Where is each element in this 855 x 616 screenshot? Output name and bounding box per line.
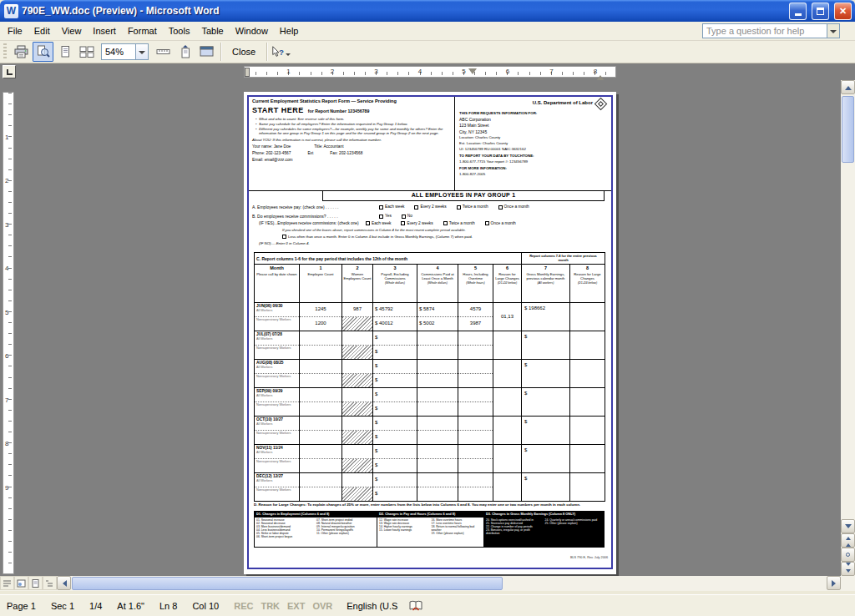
ruler-ticks [8,93,12,573]
cell-value: 01,13 [493,303,522,331]
outline-view-button[interactable] [43,576,57,590]
overtype-indicator[interactable]: OVR [312,601,332,611]
cell-value: 4579 [458,303,493,317]
column-header: Payroll, Excluding Commissions [374,272,416,280]
commissions-note: If you checked one of the boxes above, r… [252,228,606,232]
checkbox [401,221,405,225]
vertical-ruler[interactable]: 1 2 3 4 5 6 7 8 9 [0,80,18,576]
header-divider [454,97,455,190]
menu-edit[interactable]: Edit [28,23,56,38]
ruler-number: 5 [5,308,8,316]
menu-bar: File Edit View Insert Format Tools Table… [0,22,855,41]
print-preview-toolbar: 54% Close ? [0,41,855,63]
browse-object-icon [846,553,850,557]
multiple-pages-button[interactable] [76,42,97,62]
scroll-down-button[interactable] [841,519,855,533]
shrink-to-fit-icon [179,45,192,58]
column-header: Commissions Paid at Least Once a Month [418,272,457,280]
cell-value [570,303,605,331]
scroll-left-button[interactable] [57,576,71,590]
zoom-dropdown-icon[interactable] [136,43,149,60]
full-screen-button[interactable] [196,42,217,62]
cell-value: 987 [342,303,372,317]
right-arrow-icon [832,580,839,587]
column-header: Reason for Large Changes [571,272,604,280]
if-no-label: (IF NO).....Enter 0 in Column 4. [252,241,606,245]
vertical-scrollbar[interactable] [841,80,855,576]
print-button[interactable] [11,42,32,62]
dol-logo-icon [594,98,608,111]
help-dropdown-icon [286,53,291,58]
svg-text:?: ? [279,48,284,57]
instruction-bullets: What and who to count: See reverse side … [255,117,454,136]
horizontal-scroll-thumb[interactable] [72,577,503,590]
close-preview-button[interactable]: Close [225,43,263,61]
question-input[interactable] [702,23,827,38]
vertical-scroll-thumb[interactable] [842,96,854,163]
scroll-right-button[interactable] [827,576,841,590]
spelling-status-icon[interactable] [409,600,422,611]
first-line-indent-marker[interactable] [468,68,477,78]
toolbar-grip[interactable] [3,43,7,60]
horizontal-scroll-track[interactable] [71,576,827,591]
zoom-combobox[interactable]: 54% [101,43,149,60]
left-indent-marker[interactable] [245,68,250,77]
menu-insert[interactable]: Insert [87,23,122,38]
help-button[interactable]: ? [271,42,291,62]
toolbar-separator [266,43,267,61]
more-info-label: FOR MORE INFORMATION: [459,166,608,170]
next-page-button[interactable] [841,562,855,576]
tab-stop-selector[interactable] [3,65,16,78]
status-line: Ln 8 [159,601,177,611]
title-bar[interactable]: 790E_WW.doc (Preview) - Microsoft Word [0,0,855,22]
normal-view-button[interactable] [0,576,14,590]
option-label: Once a month [491,221,516,226]
zoom-value[interactable]: 54% [101,43,136,60]
menu-window[interactable]: Window [230,23,274,38]
previous-page-button[interactable] [841,533,855,548]
web-layout-view-button[interactable] [14,576,28,590]
scroll-up-button[interactable] [841,80,855,94]
checkbox [443,221,448,225]
less-often-label: Less often than once a month. Enter 0 in… [288,235,473,239]
minimize-button[interactable] [789,3,807,20]
horizontal-ruler[interactable]: 1 2 3 4 5 6 7 8 [244,66,616,78]
status-section: Sec 1 [51,601,74,611]
d3-title: D3. Changes in Gross Monthly Earnings (C… [484,512,604,518]
menu-help[interactable]: Help [274,23,305,38]
one-page-button[interactable] [54,42,75,62]
menu-table[interactable]: Table [195,23,229,38]
track-changes-indicator[interactable]: TRK [261,601,280,611]
section-a-label: A. Employees receive pay: (check one) . … [252,204,379,210]
document-area[interactable]: Current Employment Statistics Report For… [18,80,841,576]
view-ruler-button[interactable] [153,42,174,62]
menu-view[interactable]: View [56,23,88,38]
bullet-item: Different pay schedules for some employe… [255,127,454,135]
menu-tools[interactable]: Tools [163,23,196,38]
est-location-line: Est. Location: Charles County [459,141,608,145]
shrink-to-fit-button[interactable] [175,42,195,62]
column-header: Reason for Large Changes [494,272,520,280]
menu-file[interactable]: File [2,23,28,38]
restore-button[interactable] [812,3,829,20]
cell-value: $ 45792 [373,303,417,317]
option-label: Each week [385,204,404,210]
reason-boxes: D1. Changes in Employment (Columns 6 and… [254,511,605,548]
magnifier-button[interactable] [33,42,53,62]
d1-title: D1. Changes in Employment (Columns 6 and… [255,512,377,518]
question-dropdown-icon[interactable] [827,23,840,38]
company-street: 123 Main Street [459,123,608,128]
vertical-scroll-track[interactable] [841,94,855,519]
record-macro-indicator[interactable]: REC [234,601,253,611]
extend-selection-indicator[interactable]: EXT [287,601,305,611]
print-layout-view-button[interactable] [28,576,43,590]
hatched-cell [342,374,372,387]
ruler-number: 9 [5,483,8,491]
magnifier-icon [37,45,50,58]
menu-format[interactable]: Format [122,23,163,38]
about-you-note: About YOU: If this information is not co… [252,138,454,142]
close-button[interactable] [834,3,852,20]
company-name: ABC Corporation [459,117,608,122]
select-browse-object-button[interactable] [841,548,855,562]
column-header: Gross Monthly Earnings, previous calenda… [523,272,569,280]
